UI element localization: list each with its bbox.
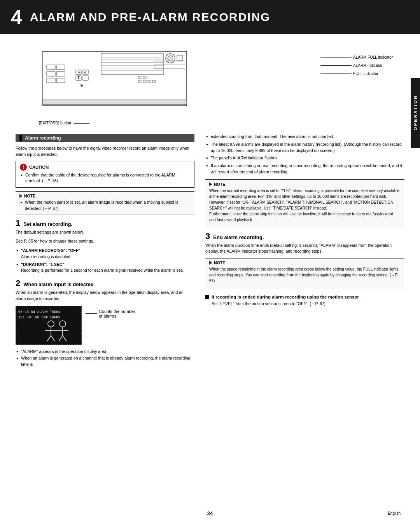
note-triangle-icon-2 bbox=[209, 182, 212, 186]
svg-rect-14 bbox=[56, 72, 65, 76]
page-language: English bbox=[388, 511, 401, 515]
right-column: extended counting from that moment. The … bbox=[205, 134, 404, 369]
black-square-icon bbox=[205, 295, 209, 299]
device-svg bbox=[39, 44, 202, 122]
chapter-header: 4 ALARM AND PRE-ALARM RECORDING bbox=[0, 0, 420, 34]
caution-icon: ! bbox=[20, 164, 27, 171]
note-header-1: NOTE bbox=[19, 194, 191, 198]
svg-point-9 bbox=[168, 56, 173, 61]
right-bullet2: The latest 9,999 alarms are displayed in… bbox=[205, 141, 404, 154]
note3-body: When the space remaining in the alarm re… bbox=[209, 266, 401, 284]
step2-bullet1: "ALARM" appears in the operation display… bbox=[16, 349, 194, 355]
svg-rect-13 bbox=[47, 72, 55, 76]
svg-line-45 bbox=[63, 335, 66, 341]
svg-line-44 bbox=[59, 335, 63, 341]
note-triangle-icon bbox=[19, 194, 23, 198]
exit-osd-label: [EXIT/OSD] button bbox=[39, 121, 89, 125]
svg-rect-0 bbox=[43, 51, 187, 106]
note1-item: When the motion sensor is set, an alarm … bbox=[19, 199, 191, 212]
step1-bullet2: "DURATION": "1 SEC" Recording is perform… bbox=[16, 262, 194, 274]
screen-image-area: 05-10-04 ALARM *0001 10: 50: 00 EN▼ 10FP… bbox=[16, 306, 194, 345]
svg-rect-11 bbox=[47, 65, 55, 70]
svg-rect-25 bbox=[138, 77, 141, 79]
note-header-3: NOTE bbox=[209, 260, 401, 265]
step2-body: When an alarm is generated, the display … bbox=[16, 290, 194, 302]
svg-rect-30 bbox=[152, 80, 156, 82]
svg-line-40 bbox=[51, 335, 55, 341]
note-box-1: NOTE When the motion sensor is set, an a… bbox=[16, 191, 194, 215]
step2-heading: 2 When alarm input is detected bbox=[16, 279, 194, 288]
svg-marker-24 bbox=[77, 76, 80, 79]
svg-rect-12 bbox=[56, 65, 65, 70]
note2-body: When the normal recording area is set to… bbox=[209, 188, 401, 223]
step3-body: When the alarm duration time ends (defau… bbox=[205, 243, 404, 255]
step1-body2: See P. 65 for how to change these settin… bbox=[16, 238, 194, 245]
step3-heading: 3 End alarm recording. bbox=[205, 232, 404, 241]
note-header-2: NOTE bbox=[209, 182, 401, 187]
operation-bar: OPERATION bbox=[411, 78, 420, 148]
right-bullet4: If an alarm occurs during normal recordi… bbox=[205, 163, 404, 175]
caution-header: ! CAUTION bbox=[20, 164, 190, 171]
heading-bar bbox=[19, 135, 22, 141]
screen-display: 05-10-04 ALARM *0001 10: 50: 00 EN▼ 10FP… bbox=[16, 306, 82, 345]
page-number: 24 bbox=[207, 510, 213, 516]
caution-box: ! CAUTION Confirm that the cable of the … bbox=[16, 161, 194, 188]
svg-line-39 bbox=[47, 335, 51, 341]
full-label: FULL indicator bbox=[320, 72, 393, 76]
step1-heading: 1 Set alarm recording. bbox=[16, 219, 194, 227]
right-bullet1: extended counting from that moment. The … bbox=[205, 134, 404, 140]
chapter-number: 4 bbox=[11, 7, 22, 27]
svg-rect-26 bbox=[143, 77, 146, 79]
intro-text: Follow the procedures below to have the … bbox=[16, 145, 194, 158]
svg-rect-29 bbox=[148, 80, 151, 82]
right-bullet3: The panel's ALARM indicator flashes. bbox=[205, 155, 404, 161]
step2-bullet2: When an alarm is generated on a channel … bbox=[16, 355, 194, 368]
alarm-full-label: ALARM FULL indicator bbox=[320, 55, 393, 59]
screen-label-line: Counts the number of alarms. bbox=[86, 309, 135, 318]
svg-rect-10 bbox=[177, 55, 182, 61]
device-diagram-area: ALARM FULL indicator ALARM indicator FUL… bbox=[16, 44, 404, 129]
svg-point-41 bbox=[60, 321, 66, 327]
svg-rect-27 bbox=[138, 80, 141, 82]
screen-label-container: Counts the number of alarms. bbox=[86, 306, 135, 318]
note-box-2: NOTE When the normal recording area is s… bbox=[205, 179, 404, 228]
note-box-3: NOTE When the space remaining in the ala… bbox=[205, 258, 404, 289]
sub-section-heading: If recording is ended during alarm recor… bbox=[205, 295, 404, 299]
svg-rect-23 bbox=[83, 76, 88, 80]
step1-body: The default settings are shown below. bbox=[16, 229, 194, 236]
step1-bullet1: "ALARM RECORDING": "OFF" Alarm recording… bbox=[16, 248, 194, 260]
alarm-label: ALARM indicator bbox=[320, 63, 393, 68]
svg-marker-20 bbox=[84, 71, 86, 73]
section-heading: Alarm recording bbox=[16, 134, 194, 142]
screen-label: Counts the number of alarms. bbox=[99, 309, 135, 318]
svg-rect-28 bbox=[143, 80, 146, 82]
svg-rect-31 bbox=[43, 100, 187, 105]
caution-item: Confirm that the cable of the device req… bbox=[20, 172, 190, 185]
note-triangle-icon-3 bbox=[209, 261, 212, 265]
svg-rect-16 bbox=[56, 78, 65, 83]
chapter-title: ALARM AND PRE-ALARM RECORDING bbox=[30, 10, 271, 24]
sub-section-body: Set "LEVEL" from the motion sensor scree… bbox=[205, 301, 404, 307]
svg-marker-18 bbox=[79, 71, 80, 73]
page-footer: 24 English bbox=[0, 510, 420, 516]
svg-rect-1 bbox=[101, 53, 163, 75]
caution-body: Confirm that the cable of the device req… bbox=[20, 172, 190, 185]
svg-point-36 bbox=[48, 321, 54, 327]
left-column: Alarm recording Follow the procedures be… bbox=[16, 134, 194, 369]
two-column-layout: Alarm recording Follow the procedures be… bbox=[16, 134, 404, 369]
svg-point-32 bbox=[80, 84, 83, 87]
svg-rect-15 bbox=[47, 78, 55, 83]
page: 4 ALARM AND PRE-ALARM RECORDING bbox=[0, 0, 420, 524]
